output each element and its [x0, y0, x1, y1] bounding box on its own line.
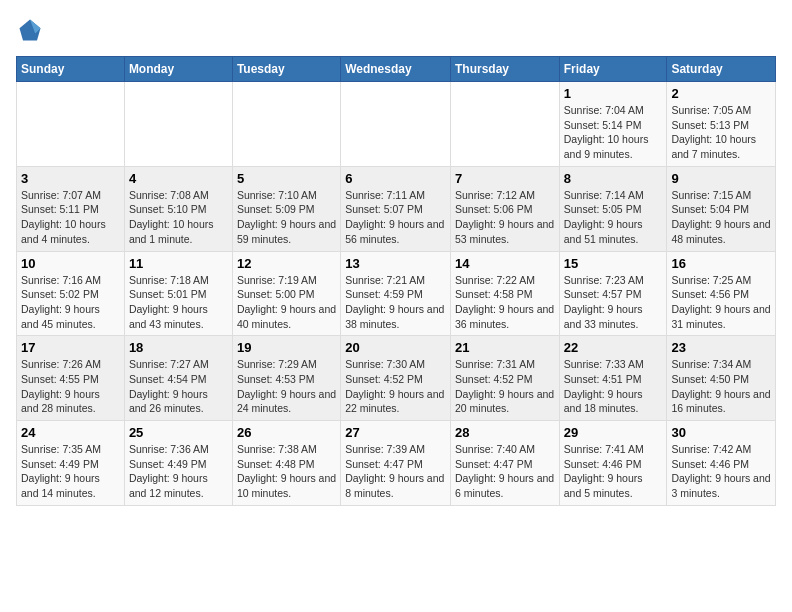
- day-info: Sunrise: 7:31 AM Sunset: 4:52 PM Dayligh…: [455, 357, 555, 416]
- page-header: [16, 16, 776, 44]
- calendar-cell: 2Sunrise: 7:05 AM Sunset: 5:13 PM Daylig…: [667, 82, 776, 167]
- calendar-cell: 19Sunrise: 7:29 AM Sunset: 4:53 PM Dayli…: [232, 336, 340, 421]
- day-number: 27: [345, 425, 446, 440]
- calendar-body: 1Sunrise: 7:04 AM Sunset: 5:14 PM Daylig…: [17, 82, 776, 506]
- day-info: Sunrise: 7:30 AM Sunset: 4:52 PM Dayligh…: [345, 357, 446, 416]
- weekday-header-row: SundayMondayTuesdayWednesdayThursdayFrid…: [17, 57, 776, 82]
- day-number: 4: [129, 171, 228, 186]
- calendar-table: SundayMondayTuesdayWednesdayThursdayFrid…: [16, 56, 776, 506]
- weekday-sunday: Sunday: [17, 57, 125, 82]
- day-number: 15: [564, 256, 663, 271]
- day-number: 21: [455, 340, 555, 355]
- calendar-cell: 6Sunrise: 7:11 AM Sunset: 5:07 PM Daylig…: [341, 166, 451, 251]
- day-number: 1: [564, 86, 663, 101]
- weekday-tuesday: Tuesday: [232, 57, 340, 82]
- day-info: Sunrise: 7:34 AM Sunset: 4:50 PM Dayligh…: [671, 357, 771, 416]
- day-info: Sunrise: 7:07 AM Sunset: 5:11 PM Dayligh…: [21, 188, 120, 247]
- day-number: 5: [237, 171, 336, 186]
- day-number: 7: [455, 171, 555, 186]
- day-info: Sunrise: 7:16 AM Sunset: 5:02 PM Dayligh…: [21, 273, 120, 332]
- day-number: 24: [21, 425, 120, 440]
- logo-icon: [16, 16, 44, 44]
- calendar-cell: 21Sunrise: 7:31 AM Sunset: 4:52 PM Dayli…: [450, 336, 559, 421]
- day-info: Sunrise: 7:21 AM Sunset: 4:59 PM Dayligh…: [345, 273, 446, 332]
- day-info: Sunrise: 7:04 AM Sunset: 5:14 PM Dayligh…: [564, 103, 663, 162]
- calendar-cell: 25Sunrise: 7:36 AM Sunset: 4:49 PM Dayli…: [124, 421, 232, 506]
- calendar-cell: [232, 82, 340, 167]
- calendar-cell: 30Sunrise: 7:42 AM Sunset: 4:46 PM Dayli…: [667, 421, 776, 506]
- calendar-cell: 9Sunrise: 7:15 AM Sunset: 5:04 PM Daylig…: [667, 166, 776, 251]
- calendar-cell: 23Sunrise: 7:34 AM Sunset: 4:50 PM Dayli…: [667, 336, 776, 421]
- weekday-thursday: Thursday: [450, 57, 559, 82]
- day-number: 30: [671, 425, 771, 440]
- weekday-wednesday: Wednesday: [341, 57, 451, 82]
- calendar-cell: 22Sunrise: 7:33 AM Sunset: 4:51 PM Dayli…: [559, 336, 667, 421]
- day-info: Sunrise: 7:22 AM Sunset: 4:58 PM Dayligh…: [455, 273, 555, 332]
- calendar-cell: 17Sunrise: 7:26 AM Sunset: 4:55 PM Dayli…: [17, 336, 125, 421]
- calendar-cell: 4Sunrise: 7:08 AM Sunset: 5:10 PM Daylig…: [124, 166, 232, 251]
- week-row-5: 24Sunrise: 7:35 AM Sunset: 4:49 PM Dayli…: [17, 421, 776, 506]
- day-number: 14: [455, 256, 555, 271]
- day-info: Sunrise: 7:12 AM Sunset: 5:06 PM Dayligh…: [455, 188, 555, 247]
- week-row-4: 17Sunrise: 7:26 AM Sunset: 4:55 PM Dayli…: [17, 336, 776, 421]
- day-info: Sunrise: 7:33 AM Sunset: 4:51 PM Dayligh…: [564, 357, 663, 416]
- day-number: 10: [21, 256, 120, 271]
- day-number: 11: [129, 256, 228, 271]
- day-info: Sunrise: 7:15 AM Sunset: 5:04 PM Dayligh…: [671, 188, 771, 247]
- day-info: Sunrise: 7:23 AM Sunset: 4:57 PM Dayligh…: [564, 273, 663, 332]
- day-number: 17: [21, 340, 120, 355]
- day-number: 29: [564, 425, 663, 440]
- day-info: Sunrise: 7:27 AM Sunset: 4:54 PM Dayligh…: [129, 357, 228, 416]
- calendar-cell: 15Sunrise: 7:23 AM Sunset: 4:57 PM Dayli…: [559, 251, 667, 336]
- calendar-header: SundayMondayTuesdayWednesdayThursdayFrid…: [17, 57, 776, 82]
- calendar-cell: 12Sunrise: 7:19 AM Sunset: 5:00 PM Dayli…: [232, 251, 340, 336]
- day-info: Sunrise: 7:29 AM Sunset: 4:53 PM Dayligh…: [237, 357, 336, 416]
- day-number: 23: [671, 340, 771, 355]
- day-number: 6: [345, 171, 446, 186]
- day-info: Sunrise: 7:35 AM Sunset: 4:49 PM Dayligh…: [21, 442, 120, 501]
- day-info: Sunrise: 7:26 AM Sunset: 4:55 PM Dayligh…: [21, 357, 120, 416]
- day-info: Sunrise: 7:05 AM Sunset: 5:13 PM Dayligh…: [671, 103, 771, 162]
- day-number: 16: [671, 256, 771, 271]
- calendar-cell: 13Sunrise: 7:21 AM Sunset: 4:59 PM Dayli…: [341, 251, 451, 336]
- calendar-cell: [341, 82, 451, 167]
- day-info: Sunrise: 7:14 AM Sunset: 5:05 PM Dayligh…: [564, 188, 663, 247]
- calendar-cell: [17, 82, 125, 167]
- logo: [16, 16, 46, 44]
- day-number: 9: [671, 171, 771, 186]
- day-number: 26: [237, 425, 336, 440]
- day-info: Sunrise: 7:42 AM Sunset: 4:46 PM Dayligh…: [671, 442, 771, 501]
- day-info: Sunrise: 7:11 AM Sunset: 5:07 PM Dayligh…: [345, 188, 446, 247]
- weekday-monday: Monday: [124, 57, 232, 82]
- calendar-cell: 3Sunrise: 7:07 AM Sunset: 5:11 PM Daylig…: [17, 166, 125, 251]
- calendar-cell: 7Sunrise: 7:12 AM Sunset: 5:06 PM Daylig…: [450, 166, 559, 251]
- day-info: Sunrise: 7:18 AM Sunset: 5:01 PM Dayligh…: [129, 273, 228, 332]
- calendar-cell: 27Sunrise: 7:39 AM Sunset: 4:47 PM Dayli…: [341, 421, 451, 506]
- calendar-cell: [450, 82, 559, 167]
- calendar-cell: 1Sunrise: 7:04 AM Sunset: 5:14 PM Daylig…: [559, 82, 667, 167]
- day-number: 12: [237, 256, 336, 271]
- day-number: 3: [21, 171, 120, 186]
- day-number: 8: [564, 171, 663, 186]
- week-row-1: 1Sunrise: 7:04 AM Sunset: 5:14 PM Daylig…: [17, 82, 776, 167]
- day-number: 19: [237, 340, 336, 355]
- day-number: 18: [129, 340, 228, 355]
- day-info: Sunrise: 7:36 AM Sunset: 4:49 PM Dayligh…: [129, 442, 228, 501]
- day-info: Sunrise: 7:25 AM Sunset: 4:56 PM Dayligh…: [671, 273, 771, 332]
- day-info: Sunrise: 7:10 AM Sunset: 5:09 PM Dayligh…: [237, 188, 336, 247]
- day-info: Sunrise: 7:39 AM Sunset: 4:47 PM Dayligh…: [345, 442, 446, 501]
- day-number: 22: [564, 340, 663, 355]
- weekday-friday: Friday: [559, 57, 667, 82]
- week-row-2: 3Sunrise: 7:07 AM Sunset: 5:11 PM Daylig…: [17, 166, 776, 251]
- day-info: Sunrise: 7:41 AM Sunset: 4:46 PM Dayligh…: [564, 442, 663, 501]
- calendar-cell: 14Sunrise: 7:22 AM Sunset: 4:58 PM Dayli…: [450, 251, 559, 336]
- weekday-saturday: Saturday: [667, 57, 776, 82]
- day-info: Sunrise: 7:40 AM Sunset: 4:47 PM Dayligh…: [455, 442, 555, 501]
- calendar-cell: 26Sunrise: 7:38 AM Sunset: 4:48 PM Dayli…: [232, 421, 340, 506]
- calendar-cell: 20Sunrise: 7:30 AM Sunset: 4:52 PM Dayli…: [341, 336, 451, 421]
- week-row-3: 10Sunrise: 7:16 AM Sunset: 5:02 PM Dayli…: [17, 251, 776, 336]
- day-info: Sunrise: 7:38 AM Sunset: 4:48 PM Dayligh…: [237, 442, 336, 501]
- calendar-cell: 29Sunrise: 7:41 AM Sunset: 4:46 PM Dayli…: [559, 421, 667, 506]
- calendar-cell: 8Sunrise: 7:14 AM Sunset: 5:05 PM Daylig…: [559, 166, 667, 251]
- calendar-cell: 11Sunrise: 7:18 AM Sunset: 5:01 PM Dayli…: [124, 251, 232, 336]
